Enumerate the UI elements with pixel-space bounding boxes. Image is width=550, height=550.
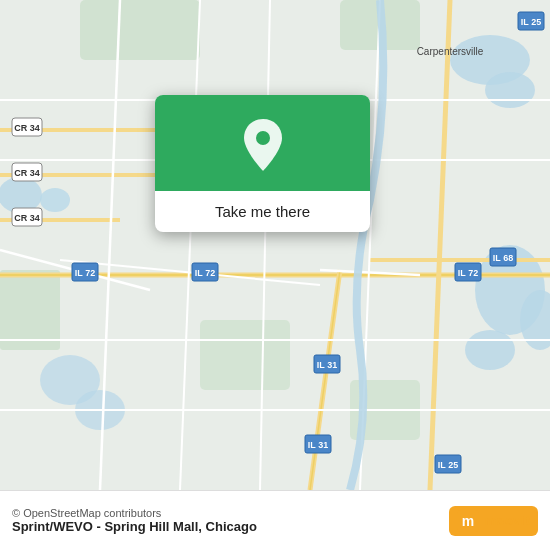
svg-text:IL 31: IL 31 [317,360,337,370]
moovit-logo: m moovit [449,506,538,536]
svg-point-2 [485,72,535,108]
svg-text:IL 25: IL 25 [521,17,541,27]
svg-text:IL 25: IL 25 [438,460,458,470]
svg-rect-12 [0,270,60,350]
svg-text:CR 34: CR 34 [14,123,40,133]
svg-point-58 [256,131,270,145]
attribution-text: © OpenStreetMap contributors [12,507,439,519]
svg-text:IL 72: IL 72 [195,268,215,278]
svg-text:IL 31: IL 31 [308,440,328,450]
destination-label: Sprint/WEVO - Spring Hill Mall, Chicago [12,519,429,534]
svg-text:CR 34: CR 34 [14,168,40,178]
svg-text:IL 68: IL 68 [493,253,513,263]
svg-rect-13 [200,320,290,390]
bottom-bar: © OpenStreetMap contributors Sprint/WEVO… [0,490,550,550]
map-container: CR 34 CR 34 CR 34 IL 72 IL 72 IL 72 IL 2… [0,0,550,490]
svg-rect-10 [80,0,200,60]
svg-text:IL 72: IL 72 [458,268,478,278]
popup-card[interactable]: Take me there [155,95,370,232]
svg-point-4 [40,188,70,212]
moovit-text: moovit [484,513,530,528]
moovit-logo-inner: m moovit [449,506,538,536]
popup-card-header [155,95,370,191]
svg-point-7 [465,330,515,370]
svg-text:m: m [462,513,474,529]
svg-text:CR 34: CR 34 [14,213,40,223]
take-me-there-button[interactable]: Take me there [155,191,370,232]
moovit-icon: m [457,510,479,532]
location-pin-icon [239,117,287,173]
svg-text:IL 72: IL 72 [75,268,95,278]
svg-text:Carpentersville: Carpentersville [417,46,484,57]
